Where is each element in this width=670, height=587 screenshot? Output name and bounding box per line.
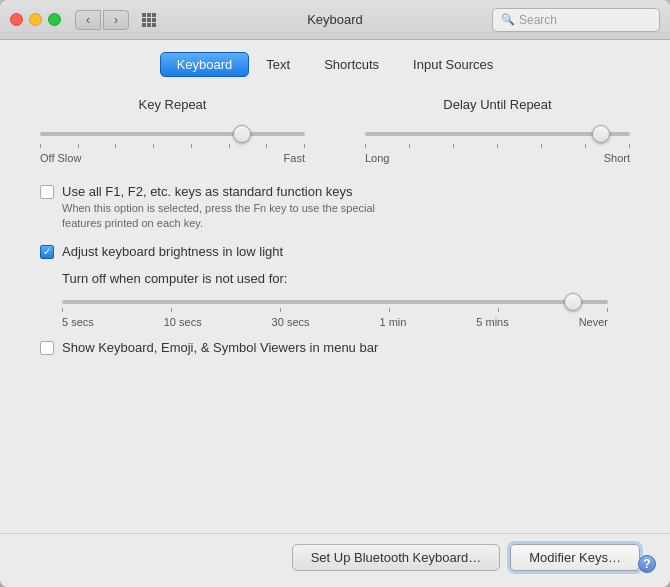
window-title: Keyboard: [307, 12, 363, 27]
sliders-row: Key Repeat Off Slow Fast Delay Until Rep…: [40, 97, 630, 164]
key-repeat-label: Key Repeat: [40, 97, 305, 112]
fn-keys-checkbox[interactable]: [40, 185, 54, 199]
viewer-checkbox[interactable]: [40, 341, 54, 355]
tab-input-sources[interactable]: Input Sources: [396, 52, 510, 77]
delay-repeat-left-label: Long: [365, 152, 389, 164]
modifier-keys-button[interactable]: Modifier Keys…: [510, 544, 640, 571]
search-box[interactable]: 🔍 Search: [492, 8, 660, 32]
key-repeat-group: Key Repeat Off Slow Fast: [40, 97, 305, 164]
svg-rect-1: [147, 13, 151, 17]
bluetooth-button[interactable]: Set Up Bluetooth Keyboard…: [292, 544, 501, 571]
svg-rect-4: [147, 18, 151, 22]
maximize-button[interactable]: [48, 13, 61, 26]
tab-shortcuts[interactable]: Shortcuts: [307, 52, 396, 77]
tabbar: Keyboard Text Shortcuts Input Sources: [0, 40, 670, 87]
back-button[interactable]: ‹: [75, 10, 101, 30]
brightness-row: ✓ Adjust keyboard brightness in low ligh…: [40, 244, 630, 259]
svg-rect-7: [147, 23, 151, 27]
delay-repeat-label: Delay Until Repeat: [365, 97, 630, 112]
viewer-row: Show Keyboard, Emoji, & Symbol Viewers i…: [40, 340, 630, 355]
turnoff-label-30s: 30 secs: [272, 316, 310, 328]
svg-rect-0: [142, 13, 146, 17]
turnoff-label-5m: 5 mins: [476, 316, 508, 328]
content-area: Key Repeat Off Slow Fast Delay Until Rep…: [0, 87, 670, 533]
fn-keys-text: Use all F1, F2, etc. keys as standard fu…: [62, 184, 375, 232]
help-icon[interactable]: ?: [638, 555, 656, 573]
svg-rect-8: [152, 23, 156, 27]
delay-repeat-right-label: Short: [604, 152, 630, 164]
nav-arrows: ‹ ›: [75, 10, 129, 30]
key-repeat-slider[interactable]: [40, 132, 305, 136]
key-repeat-labels: Off Slow Fast: [40, 152, 305, 164]
turnoff-label-10s: 10 secs: [164, 316, 202, 328]
fn-keys-sublabel: When this option is selected, press the …: [62, 201, 375, 232]
svg-rect-6: [142, 23, 146, 27]
search-placeholder: Search: [519, 13, 557, 27]
turnoff-labels: 5 secs 10 secs 30 secs 1 min 5 mins Neve…: [62, 316, 608, 328]
traffic-lights: [10, 13, 61, 26]
fn-keys-label: Use all F1, F2, etc. keys as standard fu…: [62, 184, 375, 199]
svg-rect-5: [152, 18, 156, 22]
svg-rect-3: [142, 18, 146, 22]
brightness-label: Adjust keyboard brightness in low light: [62, 244, 283, 259]
minimize-button[interactable]: [29, 13, 42, 26]
turnoff-label-never: Never: [579, 316, 608, 328]
svg-rect-2: [152, 13, 156, 17]
turnoff-slider[interactable]: [62, 300, 608, 304]
search-icon: 🔍: [501, 13, 515, 26]
button-row: Set Up Bluetooth Keyboard… Modifier Keys…: [0, 533, 670, 587]
key-repeat-left-label: Off Slow: [40, 152, 81, 164]
forward-button[interactable]: ›: [103, 10, 129, 30]
keyboard-preferences-window: ‹ › Keyboard 🔍 Search Keyboard Text: [0, 0, 670, 587]
tab-keyboard[interactable]: Keyboard: [160, 52, 250, 77]
grid-icon[interactable]: [139, 10, 159, 30]
delay-repeat-ticks: [365, 144, 630, 148]
delay-repeat-labels: Long Short: [365, 152, 630, 164]
key-repeat-ticks: [40, 144, 305, 148]
turnoff-label-1m: 1 min: [379, 316, 406, 328]
close-button[interactable]: [10, 13, 23, 26]
turnoff-label: Turn off when computer is not used for:: [62, 271, 287, 286]
delay-repeat-group: Delay Until Repeat Long Short: [365, 97, 630, 164]
turnoff-label-5s: 5 secs: [62, 316, 94, 328]
fn-keys-row: Use all F1, F2, etc. keys as standard fu…: [40, 184, 630, 232]
viewer-label: Show Keyboard, Emoji, & Symbol Viewers i…: [62, 340, 378, 355]
titlebar: ‹ › Keyboard 🔍 Search: [0, 0, 670, 40]
delay-repeat-slider[interactable]: [365, 132, 630, 136]
tab-text[interactable]: Text: [249, 52, 307, 77]
brightness-checkbox[interactable]: ✓: [40, 245, 54, 259]
key-repeat-right-label: Fast: [284, 152, 305, 164]
